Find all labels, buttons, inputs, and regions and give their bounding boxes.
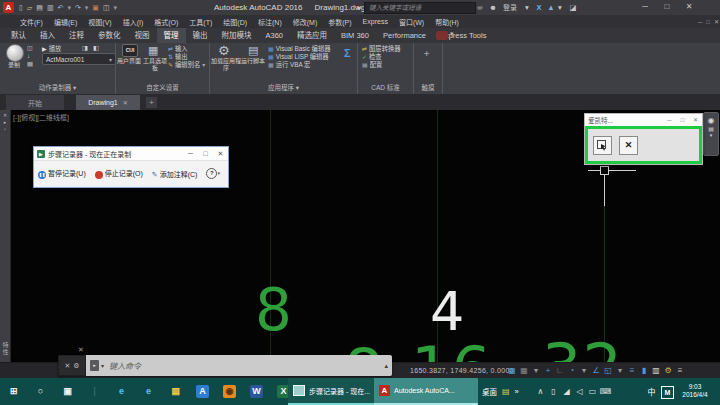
close-tool-button[interactable]: ✕ xyxy=(619,136,638,155)
tab-view[interactable]: 视图 xyxy=(128,28,157,43)
doc-minimize-icon[interactable]: ─ xyxy=(698,19,702,25)
srec-minimize-button[interactable]: ─ xyxy=(183,148,198,160)
palette-expand-icon[interactable]: ▸ xyxy=(0,119,10,126)
window-close-button[interactable]: ✕ xyxy=(680,0,698,15)
pan-icon[interactable]: ▤ xyxy=(704,125,718,132)
new-file-icon[interactable]: ▯ xyxy=(19,1,23,14)
pause-record-button[interactable]: ❚❚暂停记录(U) xyxy=(38,168,86,178)
window-maximize-button[interactable]: □ xyxy=(658,0,676,15)
viewport-controls[interactable]: [-][俯视][二维线框] xyxy=(13,112,69,122)
srec-maximize-button[interactable]: □ xyxy=(198,148,213,160)
snap-mode-icon[interactable]: ▦ xyxy=(518,364,530,378)
tab-addins[interactable]: 附加模块 xyxy=(215,28,259,43)
tab-default[interactable]: 默认 xyxy=(4,28,33,43)
action-center-icon[interactable]: ▭ xyxy=(586,387,599,396)
taskbar-steps-recorder-button[interactable]: 步骤记录器 - 现在... xyxy=(288,378,378,405)
cui-icon[interactable]: CUI xyxy=(122,44,138,57)
tool-palettes-button[interactable]: 工具选项板 xyxy=(142,58,168,72)
menu-draw[interactable]: 绘图(D) xyxy=(223,17,247,27)
insert-pause-icon[interactable]: ↓ xyxy=(27,52,30,59)
customize-icon[interactable]: ≡ xyxy=(674,364,686,378)
edge-icon[interactable]: e xyxy=(108,378,135,405)
manage-icon[interactable]: ◧ xyxy=(93,44,99,51)
load-application-icon[interactable]: ⚙ xyxy=(218,43,230,58)
menu-insert[interactable]: 插入(I) xyxy=(123,17,144,27)
panel-label-customization[interactable]: 自定义设置 xyxy=(116,82,209,92)
menu-format[interactable]: 格式(O) xyxy=(154,17,178,27)
panel-label-action-recorder[interactable]: 动作录制器 ▾ xyxy=(0,82,115,92)
save-icon[interactable]: ▤ xyxy=(36,1,43,14)
menu-file[interactable]: 文件(F) xyxy=(20,17,43,27)
navigation-bar[interactable]: ◉ ▤ ▾ xyxy=(703,112,719,156)
menu-parametric[interactable]: 参数(P) xyxy=(328,17,351,27)
stay-connected-icon[interactable]: ◪ xyxy=(568,1,578,14)
volume-icon[interactable]: ◁ xyxy=(573,387,586,396)
command-input[interactable]: ▸ ▾ 键入命令 ▴ xyxy=(86,355,392,376)
search-button[interactable]: ○ xyxy=(27,378,54,405)
macro-name-combobox[interactable]: ActMacro001 ▾ xyxy=(42,53,116,65)
taskbar-autocad-button[interactable]: A Autodesk AutoCA... xyxy=(374,378,478,405)
isolate-objects-icon[interactable]: ▮ xyxy=(638,364,650,378)
recording-indicator-icon[interactable] xyxy=(436,31,448,40)
undo-icon[interactable]: ↶ xyxy=(58,1,64,14)
desktop-toolbar[interactable]: 桌面 ▤ » xyxy=(482,378,519,405)
menu-window[interactable]: 窗口(W) xyxy=(399,17,424,27)
polar-tracking-icon[interactable]: ◔ xyxy=(566,364,578,378)
redo-dropdown-icon[interactable]: ▾ xyxy=(85,1,89,14)
mini-minimize-button[interactable]: ─ xyxy=(663,115,676,126)
recent-commands-dropdown-icon[interactable]: ▾ xyxy=(101,362,104,369)
steering-wheel-icon[interactable]: ◉ xyxy=(704,116,718,125)
edit-aliases-button[interactable]: ✎ 编辑别名 ▾ xyxy=(168,60,205,69)
ie-icon[interactable]: e xyxy=(135,378,162,405)
touch-mode-icon[interactable]: + xyxy=(424,49,429,59)
manage-macro-icon[interactable]: ▤ xyxy=(27,60,33,67)
command-line-window[interactable]: ✕ ⚙ ▸ ▾ 键入命令 ▴ xyxy=(58,355,392,376)
tab-output[interactable]: 输出 xyxy=(186,28,215,43)
cloud-dropdown-icon[interactable]: ▾ xyxy=(556,1,564,14)
autocad-logo-icon[interactable]: A xyxy=(3,2,14,13)
search-icon[interactable]: ∞ xyxy=(474,1,486,14)
sheet-set-icon[interactable]: ◫ xyxy=(103,1,110,14)
tab-close-icon[interactable]: ✕ xyxy=(123,99,128,106)
pointer-tool-button[interactable] xyxy=(593,136,612,155)
panel-label-cad-standards[interactable]: CAD 标准 xyxy=(358,82,413,92)
mini-close-button[interactable]: ✕ xyxy=(689,115,702,126)
object-snap-icon[interactable]: ◱ xyxy=(602,364,614,378)
add-comment-button[interactable]: ✎ 添加注释(C) xyxy=(152,169,198,179)
grid-icon[interactable]: ▦ xyxy=(506,364,518,378)
stop-record-button[interactable]: 停止记录(O) xyxy=(95,168,143,178)
window-minimize-button[interactable]: ─ xyxy=(636,0,654,15)
vba-manager-icon[interactable]: Σ xyxy=(344,47,351,59)
play-button[interactable]: ▶ 播放 xyxy=(42,44,61,53)
doc-restore-icon[interactable]: □ xyxy=(706,19,710,25)
network-icon[interactable]: ◢ xyxy=(560,387,573,396)
signin-dropdown-icon[interactable]: ▾ xyxy=(523,1,531,14)
menu-tools[interactable]: 工具(T) xyxy=(189,17,212,27)
srec-close-button[interactable]: ✕ xyxy=(213,148,228,160)
configure-standards-button[interactable]: ▤ 配置 xyxy=(362,60,382,69)
polar-dropdown-icon[interactable]: ▾ xyxy=(578,364,590,378)
undo-dropdown-icon[interactable]: ▾ xyxy=(67,1,71,14)
tab-featured-apps[interactable]: 精选应用 xyxy=(290,28,334,43)
command-history-icon[interactable]: ▴ xyxy=(384,362,388,370)
isometric-drafting-icon[interactable]: ∠ xyxy=(590,364,602,378)
run-script-icon[interactable]: ▤ xyxy=(248,44,258,57)
doc-close-icon[interactable]: ✕ xyxy=(714,18,719,25)
ime-mode-indicator[interactable]: 中 xyxy=(645,386,658,397)
battery-icon[interactable]: ▯ xyxy=(547,387,560,396)
annotation-visibility-icon[interactable]: ▥ xyxy=(650,364,662,378)
mini-tool-window[interactable]: 爱凯特... ─ □ ✕ ✕ xyxy=(584,113,703,165)
help-button[interactable]: ?▾ xyxy=(206,168,220,179)
cmdline-close-icon[interactable]: ✕ xyxy=(64,362,70,370)
orange-app-icon[interactable]: ◉ xyxy=(216,378,243,405)
toolbar-chevron-icon[interactable]: » xyxy=(515,387,519,396)
tab-insert[interactable]: 插入 xyxy=(33,28,62,43)
ime-language-icon[interactable]: M xyxy=(661,386,674,399)
infocenter-arrow-icon[interactable]: ▸ xyxy=(356,1,363,14)
recent-commands-icon[interactable]: ▸ xyxy=(90,360,99,371)
menu-help[interactable]: 帮助(H) xyxy=(435,17,459,27)
insert-message-icon[interactable]: ◫ xyxy=(27,44,33,51)
tab-manage[interactable]: 管理 xyxy=(157,28,186,43)
tab-performance[interactable]: Performance xyxy=(376,28,433,43)
tab-a360[interactable]: A360 xyxy=(259,28,291,43)
